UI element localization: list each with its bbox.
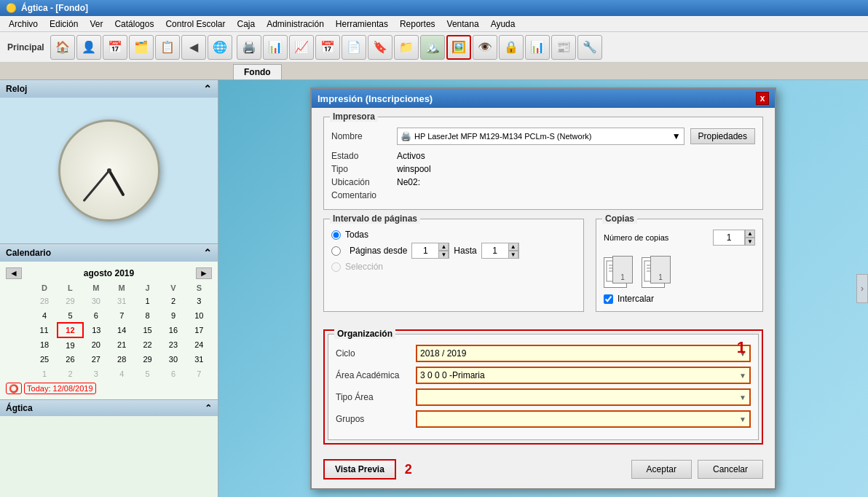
propiedades-button[interactable]: Propiedades xyxy=(690,128,755,144)
cancelar-button[interactable]: Cancelar xyxy=(698,460,763,479)
toolbar-btn-10[interactable]: 📊 xyxy=(263,35,288,60)
menu-herramientas[interactable]: Herramientas xyxy=(330,17,394,31)
cal-day[interactable]: 25 xyxy=(31,352,57,367)
cal-day[interactable]: 9 xyxy=(160,308,186,323)
toolbar-btn-1[interactable]: 🏠 xyxy=(50,35,75,60)
menu-ayuda[interactable]: Ayuda xyxy=(485,17,521,31)
cal-day[interactable]: 22 xyxy=(135,337,160,352)
cal-day[interactable]: 31 xyxy=(109,294,135,308)
toolbar-btn-11[interactable]: 📈 xyxy=(289,35,314,60)
desde-spin[interactable]: ▲ ▼ xyxy=(411,243,449,259)
cal-day[interactable]: 28 xyxy=(31,294,57,308)
toolbar-btn-2[interactable]: 👤 xyxy=(76,35,101,60)
cal-day[interactable]: 13 xyxy=(83,323,108,337)
cal-day[interactable]: 29 xyxy=(135,352,160,367)
agtica-header[interactable]: Ágtica ⌃ xyxy=(0,400,218,416)
menu-administracion[interactable]: Administración xyxy=(261,17,330,31)
cal-day[interactable]: 27 xyxy=(83,352,108,367)
toolbar-btn-highlighted[interactable]: 🖼️ xyxy=(446,35,471,60)
desde-input[interactable] xyxy=(412,243,438,258)
cal-day[interactable]: 4 xyxy=(109,367,135,381)
tab-fondo[interactable]: Fondo xyxy=(233,64,282,79)
aceptar-button[interactable]: Aceptar xyxy=(631,460,692,479)
intercalar-checkbox[interactable] xyxy=(604,294,613,304)
vista-previa-button[interactable]: Vista Previa xyxy=(323,459,396,480)
cal-day[interactable]: 2 xyxy=(160,294,186,308)
toolbar-btn-13[interactable]: 📄 xyxy=(342,35,366,60)
toolbar-btn-19[interactable]: 📊 xyxy=(525,35,550,60)
toolbar-btn-15[interactable]: 📁 xyxy=(394,35,419,60)
menu-edicion[interactable]: Edición xyxy=(44,17,84,31)
cal-day[interactable]: 7 xyxy=(186,367,212,381)
cal-day[interactable]: 14 xyxy=(109,323,135,337)
ciclo-select[interactable]: 2018 / 2019 ▼ xyxy=(416,345,751,362)
menu-control-escolar[interactable]: Control Escolar xyxy=(159,17,231,31)
cal-day[interactable]: 6 xyxy=(83,308,108,323)
agtica-collapse-btn[interactable]: ⌃ xyxy=(205,403,212,413)
area-select[interactable]: 3 0 0 0 -Primaria ▼ xyxy=(416,367,751,384)
toolbar-btn-14[interactable]: 🔖 xyxy=(368,35,392,60)
cal-day[interactable]: 3 xyxy=(186,294,212,308)
desde-up[interactable]: ▲ xyxy=(438,243,449,251)
toolbar-btn-5[interactable]: 📋 xyxy=(155,35,180,60)
hasta-down[interactable]: ▼ xyxy=(508,251,518,259)
cal-day[interactable]: 16 xyxy=(160,323,186,337)
copies-input[interactable] xyxy=(713,230,745,246)
reloj-header[interactable]: Reloj ⌃ xyxy=(0,80,218,98)
cal-day[interactable]: 20 xyxy=(83,337,108,352)
cal-day[interactable]: 28 xyxy=(109,352,135,367)
cal-day[interactable]: 4 xyxy=(31,308,57,323)
toolbar-btn-12[interactable]: 📅 xyxy=(315,35,340,60)
hasta-spin[interactable]: ▲ ▼ xyxy=(481,243,519,259)
hasta-input[interactable] xyxy=(482,243,508,258)
cal-day[interactable]: 3 xyxy=(83,367,108,381)
cal-day[interactable]: 18 xyxy=(31,337,57,352)
desde-radio[interactable] xyxy=(331,246,341,256)
toolbar-btn-9[interactable]: 🖨️ xyxy=(237,35,261,60)
menu-ver[interactable]: Ver xyxy=(84,17,108,31)
cal-day[interactable]: 8 xyxy=(135,308,160,323)
cal-day[interactable]: 30 xyxy=(160,352,186,367)
calendario-collapse-btn[interactable]: ⌃ xyxy=(203,247,212,259)
toolbar-btn-18[interactable]: 🔒 xyxy=(499,35,524,60)
cal-day[interactable]: 19 xyxy=(58,337,83,352)
toolbar-btn-8[interactable] xyxy=(234,35,235,60)
grupos-select[interactable]: ▼ xyxy=(416,410,751,428)
menu-ventana[interactable]: Ventana xyxy=(441,17,485,31)
cal-day[interactable]: 15 xyxy=(135,323,160,337)
cal-day[interactable]: 11 xyxy=(31,323,57,337)
cal-day[interactable]: 7 xyxy=(109,308,135,323)
cal-day[interactable]: 1 xyxy=(31,367,57,381)
menu-catalogos[interactable]: Catálogos xyxy=(108,17,159,31)
copies-down[interactable]: ▼ xyxy=(745,238,755,246)
todas-radio[interactable] xyxy=(331,230,341,240)
cal-day[interactable]: 29 xyxy=(58,294,83,308)
desde-down[interactable]: ▼ xyxy=(438,251,449,259)
cal-day[interactable]: 24 xyxy=(186,337,212,352)
calendar-next[interactable]: ► xyxy=(196,267,212,279)
cal-day[interactable]: 17 xyxy=(186,323,212,337)
cal-day[interactable]: 31 xyxy=(186,352,212,367)
menu-caja[interactable]: Caja xyxy=(231,17,261,31)
hasta-up[interactable]: ▲ xyxy=(508,243,518,251)
menu-reportes[interactable]: Reportes xyxy=(394,17,441,31)
toolbar-btn-4[interactable]: 🗂️ xyxy=(129,35,154,60)
toolbar-btn-20[interactable]: 📰 xyxy=(551,35,576,60)
printer-name-select[interactable]: 🖨️ HP LaserJet MFP M129-M134 PCLm-S (Net… xyxy=(397,128,684,145)
calendario-header[interactable]: Calendario ⌃ xyxy=(0,244,218,262)
cal-day[interactable]: 10 xyxy=(186,308,212,323)
reloj-collapse-btn[interactable]: ⌃ xyxy=(203,83,212,95)
cal-day[interactable]: 1 xyxy=(135,294,160,308)
toolbar-btn-3[interactable]: 📅 xyxy=(103,35,127,60)
toolbar-btn-6[interactable]: ◀ xyxy=(181,35,206,60)
cal-day[interactable]: 2 xyxy=(58,367,83,381)
cal-day[interactable]: 30 xyxy=(83,294,108,308)
toolbar-btn-7[interactable]: 🌐 xyxy=(208,35,232,60)
tipo-area-select[interactable]: ▼ xyxy=(416,388,751,406)
cal-day[interactable]: 6 xyxy=(160,367,186,381)
dialog-close-button[interactable]: x xyxy=(756,92,769,105)
toolbar-btn-16[interactable]: 🏔️ xyxy=(420,35,445,60)
cal-day[interactable]: 5 xyxy=(135,367,160,381)
calendar-prev[interactable]: ◄ xyxy=(6,267,22,279)
seleccion-radio[interactable] xyxy=(331,262,341,272)
